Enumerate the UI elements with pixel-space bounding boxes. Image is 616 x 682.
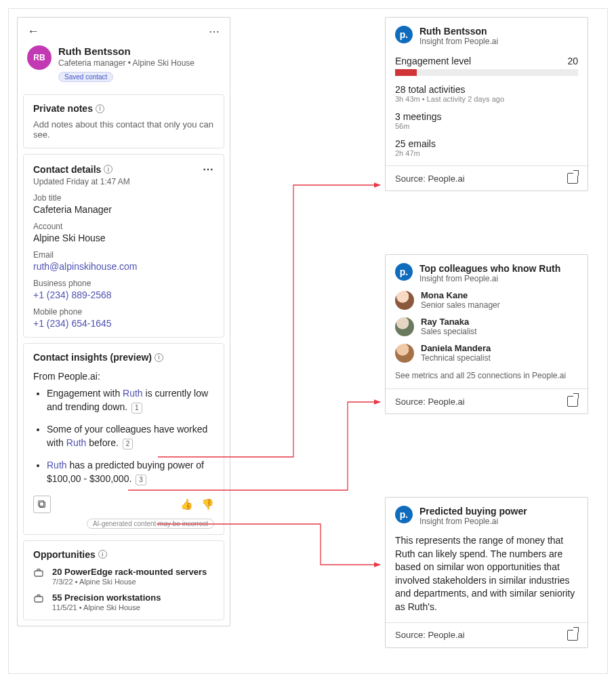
colleague-role: Sales specialist (421, 327, 477, 336)
copy-button[interactable] (33, 496, 51, 513)
business-phone-value[interactable]: +1 (234) 889-2568 (33, 289, 214, 300)
emails-title: 25 emails (395, 138, 578, 149)
insight-item: Engagement with Ruth is currently low an… (47, 387, 214, 414)
ai-warning-badge: AI-generated content may be incorrect (87, 519, 214, 529)
colleague-role: Senior sales manager (421, 300, 500, 310)
info-icon[interactable]: i (98, 550, 107, 559)
account-value: Alpine Ski House (33, 233, 214, 243)
engagement-title: Ruth Bentsson (419, 26, 498, 37)
business-phone-label: Business phone (33, 279, 214, 288)
opportunity-sub: 11/5/21 • Alpine Ski House (52, 603, 161, 611)
colleague-row[interactable]: Ray Tanaka Sales specialist (395, 317, 578, 336)
svg-rect-3 (35, 597, 43, 602)
job-title-label: Job title (33, 193, 214, 203)
open-external-icon[interactable] (567, 173, 578, 184)
private-notes-title: Private notes (33, 103, 93, 114)
insights-title: Contact insights (preview) (33, 352, 152, 363)
meetings-sub: 56m (395, 122, 578, 130)
engagement-level-value: 20 (567, 56, 578, 66)
mobile-phone-value[interactable]: +1 (234) 654-1645 (33, 318, 214, 329)
thumbs-down-icon[interactable]: 👎 (201, 498, 214, 510)
colleague-row[interactable]: Mona Kane Senior sales manager (395, 290, 578, 310)
insight-item: Some of your colleagues have worked with… (47, 423, 214, 449)
saved-contact-badge: Saved contact (58, 72, 113, 82)
emails-sub: 2h 47m (395, 149, 578, 157)
citation-badge[interactable]: 1 (131, 403, 142, 414)
opportunity-title: 55 Precision workstations (52, 593, 161, 603)
thumbs-up-icon[interactable]: 👍 (180, 498, 193, 510)
info-icon[interactable]: i (155, 353, 163, 362)
citation-badge[interactable]: 2 (123, 439, 134, 449)
details-more-icon[interactable]: ⋯ (203, 163, 214, 176)
opportunity-sub: 7/3/22 • Alpine Ski House (52, 578, 207, 586)
engagement-bar-fill (395, 69, 417, 76)
people-ai-logo-icon: p. (395, 263, 413, 281)
briefcase-icon (33, 567, 45, 581)
engagement-level-label: Engagement level (395, 56, 471, 66)
citation-badge[interactable]: 3 (136, 475, 146, 485)
avatar (395, 317, 414, 336)
engagement-card: p. Ruth Bentsson Insight from People.ai … (385, 17, 588, 191)
see-more-link[interactable]: See metrics and all 25 connections in Pe… (395, 371, 578, 380)
people-ai-logo-icon: p. (395, 26, 413, 43)
buying-power-card: p. Predicted buying power Insight from P… (385, 497, 588, 648)
people-ai-logo-icon: p. (395, 506, 413, 523)
briefcase-icon (33, 593, 45, 607)
mobile-phone-label: Mobile phone (33, 307, 214, 317)
info-icon[interactable]: i (96, 104, 104, 113)
open-external-icon[interactable] (567, 396, 578, 407)
activities-title: 28 total activities (395, 84, 578, 95)
colleague-name: Mona Kane (421, 290, 500, 300)
svg-rect-2 (35, 571, 43, 576)
colleague-name: Ray Tanaka (421, 317, 477, 327)
account-label: Account (33, 222, 214, 231)
source-label: Source: People.ai (395, 174, 465, 184)
source-label: Source: People.ai (395, 630, 465, 640)
contact-name: Ruth Bentsson (58, 45, 194, 57)
opportunity-title: 20 PowerEdge rack-mounted servers (52, 567, 207, 577)
opportunity-row[interactable]: 55 Precision workstations 11/5/21 • Alpi… (33, 593, 214, 611)
private-notes-placeholder[interactable]: Add notes about this contact that only y… (33, 119, 214, 140)
opportunity-row[interactable]: 20 PowerEdge rack-mounted servers 7/3/22… (33, 567, 214, 586)
opportunities-card: Opportunities i 20 PowerEdge rack-mounte… (23, 540, 224, 620)
job-title-value: Cafeteria Manager (33, 204, 214, 215)
colleagues-sub: Insight from People.ai (419, 274, 560, 283)
colleague-row[interactable]: Daniela Mandera Technical specialist (395, 343, 578, 363)
insight-link[interactable]: Ruth (66, 437, 87, 448)
email-value[interactable]: ruth@alpinskihouse.com (33, 261, 214, 272)
info-icon[interactable]: i (104, 165, 112, 174)
meetings-title: 3 meetings (395, 111, 578, 122)
contact-header: RB Ruth Bentsson Cafeteria manager • Alp… (18, 45, 230, 89)
contact-subtitle: Cafeteria manager • Alpine Ski House (58, 58, 194, 68)
engagement-bar (395, 69, 578, 76)
open-external-icon[interactable] (567, 630, 578, 641)
buying-description: This represents the range of money that … (395, 534, 578, 614)
contact-insights-card: Contact insights (preview) i From People… (23, 343, 224, 535)
colleague-role: Technical specialist (421, 353, 491, 363)
private-notes-card: Private notes i Add notes about this con… (23, 94, 224, 148)
contact-panel: ← ⋯ RB Ruth Bentsson Cafeteria manager •… (17, 17, 230, 626)
contact-avatar: RB (27, 45, 52, 70)
colleague-name: Daniela Mandera (421, 343, 491, 353)
insight-link[interactable]: Ruth (47, 460, 67, 470)
colleagues-card: p. Top colleagues who know Ruth Insight … (385, 254, 588, 414)
contact-details-title: Contact details (33, 164, 101, 175)
avatar (395, 291, 414, 310)
details-updated: Updated Friday at 1:47 AM (33, 177, 214, 186)
colleagues-title: Top colleagues who know Ruth (419, 263, 560, 274)
engagement-sub: Insight from People.ai (419, 37, 498, 46)
insight-item: Ruth has a predicted buying power of $10… (47, 459, 214, 485)
email-label: Email (33, 250, 214, 260)
insight-link[interactable]: Ruth (123, 388, 143, 399)
panel-more-icon[interactable]: ⋯ (209, 25, 220, 38)
activities-sub: 3h 43m • Last activity 2 days ago (395, 95, 578, 103)
insights-from: From People.ai: (33, 371, 214, 382)
contact-details-card: Contact details i ⋯ Updated Friday at 1:… (23, 154, 224, 338)
avatar (395, 344, 414, 363)
buying-title: Predicted buying power (419, 506, 527, 517)
back-arrow-icon[interactable]: ← (27, 24, 39, 39)
source-label: Source: People.ai (395, 397, 465, 407)
buying-sub: Insight from People.ai (419, 517, 527, 526)
opportunities-title: Opportunities (33, 549, 96, 560)
